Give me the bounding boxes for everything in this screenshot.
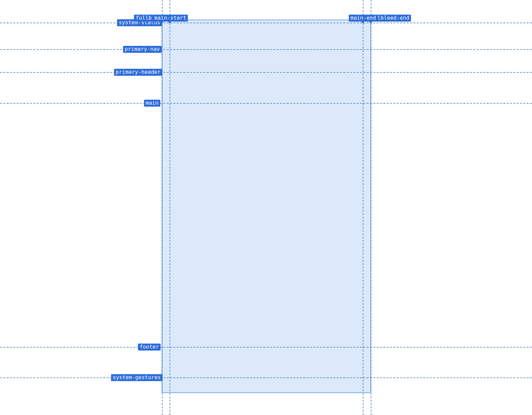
row-label-main: main [144, 100, 160, 107]
row-label-primary-header: primary-header [114, 69, 162, 76]
col-tick-main-start [168, 21, 171, 24]
col-line-fullbleed-start [162, 0, 163, 415]
layout-grid-shaded-region [162, 20, 371, 393]
row-label-footer: footer [138, 344, 161, 351]
row-line-system-gestures [0, 377, 532, 378]
col-line-main-end [363, 0, 363, 415]
row-line-primary-header [0, 72, 532, 73]
row-line-main [0, 103, 532, 104]
col-tick-fullbleed-end [369, 21, 372, 24]
row-line-system-status [0, 23, 532, 23]
col-label-main-start: main-start [153, 15, 188, 22]
row-label-primary-nav: primary-nav [123, 46, 162, 53]
row-line-footer [0, 347, 532, 348]
row-label-system-gestures: system-gestures [111, 374, 163, 381]
col-tick-main-end [361, 21, 364, 24]
col-line-main-start [170, 0, 170, 415]
col-label-main-end: main-end [349, 15, 378, 22]
col-line-fullbleed-end [371, 0, 371, 415]
row-line-primary-nav [0, 49, 532, 50]
